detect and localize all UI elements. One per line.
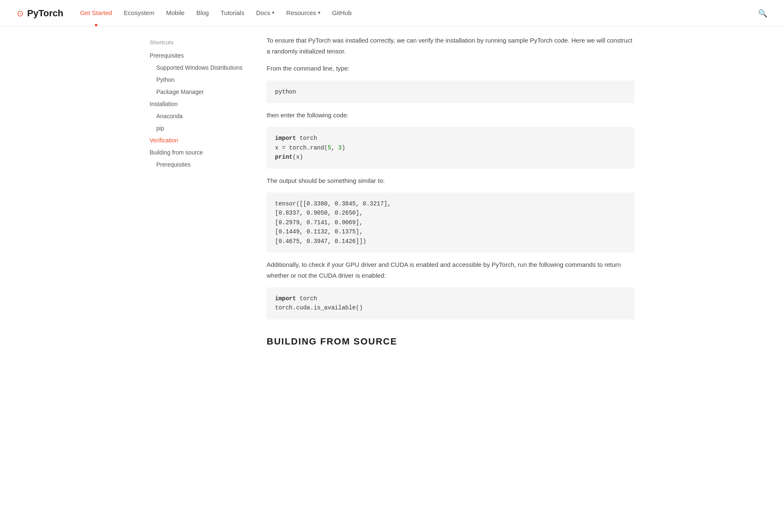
nav-blog[interactable]: Blog — [196, 9, 209, 17]
verify-code-block: import torch x = torch.rand(5, 3) print(… — [267, 127, 634, 168]
sidebar-item-building-from-source[interactable]: Building from source — [150, 147, 246, 159]
nav-links: Get Started Ecosystem Mobile Blog Tutori… — [80, 9, 758, 17]
verify-line3: print(x) — [275, 152, 626, 162]
output-intro-text: The output should be something similar t… — [267, 175, 634, 186]
output-line4: [0.1449, 0.1132, 0.1375], — [275, 227, 626, 236]
pytorch-logo-icon: ⊙ — [17, 8, 24, 18]
resources-chevron-icon: ▾ — [318, 10, 321, 15]
intro-paragraph: To ensure that PyTorch was installed cor… — [267, 35, 634, 56]
shortcuts-label: Shortcuts — [150, 39, 246, 46]
docs-chevron-icon: ▾ — [272, 10, 275, 15]
output-line1: tensor([[0.3380, 0.3845, 0.3217], — [275, 199, 626, 208]
page-layout: Shortcuts Prerequisites Supported Window… — [141, 27, 643, 364]
output-line2: [0.8337, 0.9050, 0.2650], — [275, 208, 626, 218]
main-content: To ensure that PyTorch was installed cor… — [258, 35, 634, 355]
building-from-source-heading: BUILDING FROM SOURCE — [267, 336, 634, 347]
output-line5: [0.4675, 0.3947, 0.1426]]) — [275, 237, 626, 246]
verify-line2: x = torch.rand(5, 3) — [275, 143, 626, 152]
python-command-block: python — [267, 81, 634, 103]
search-button[interactable]: 🔍 — [758, 9, 767, 18]
enter-code-text: then enter the following code: — [267, 110, 634, 121]
cuda-code-block: import torch torch.cuda.is_available() — [267, 287, 634, 319]
navbar: ⊙ PyTorch Get Started Ecosystem Mobile B… — [0, 0, 784, 27]
verify-line1: import torch — [275, 134, 626, 143]
python-command-text: python — [275, 89, 296, 95]
sidebar-item-verification[interactable]: Verification — [150, 134, 246, 147]
sidebar-item-python[interactable]: Python — [150, 74, 246, 86]
sidebar-item-windows-distributions[interactable]: Supported Windows Distributions — [150, 62, 246, 74]
sidebar-item-installation[interactable]: Installation — [150, 98, 246, 110]
nav-tutorials[interactable]: Tutorials — [221, 9, 244, 17]
cuda-line1: import torch — [275, 294, 626, 303]
nav-icons: 🔍 — [758, 9, 767, 18]
nav-mobile[interactable]: Mobile — [166, 9, 184, 17]
sidebar: Shortcuts Prerequisites Supported Window… — [150, 35, 258, 355]
command-line-intro: From the command line, type: — [267, 63, 634, 74]
cuda-line2: torch.cuda.is_available() — [275, 303, 626, 312]
sidebar-item-prerequisites-build[interactable]: Prerequisites — [150, 159, 246, 171]
nav-resources[interactable]: Resources ▾ — [286, 9, 321, 17]
nav-ecosystem[interactable]: Ecosystem — [124, 9, 154, 17]
sidebar-item-anaconda[interactable]: Anaconda — [150, 110, 246, 122]
output-line3: [0.2979, 0.7141, 0.9069], — [275, 218, 626, 227]
sidebar-item-package-manager[interactable]: Package Manager — [150, 86, 246, 98]
brand-link[interactable]: ⊙ PyTorch — [17, 8, 63, 19]
sidebar-item-prerequisites[interactable]: Prerequisites — [150, 50, 246, 62]
brand-name: PyTorch — [27, 8, 63, 19]
sidebar-item-pip[interactable]: pip — [150, 122, 246, 134]
nav-docs[interactable]: Docs ▾ — [256, 9, 275, 17]
search-icon: 🔍 — [758, 9, 767, 18]
nav-github[interactable]: GitHub — [332, 9, 352, 17]
gpu-paragraph: Additionally, to check if your GPU drive… — [267, 259, 634, 281]
output-code-block: tensor([[0.3380, 0.3845, 0.3217], [0.833… — [267, 193, 634, 253]
nav-get-started[interactable]: Get Started — [80, 9, 112, 17]
